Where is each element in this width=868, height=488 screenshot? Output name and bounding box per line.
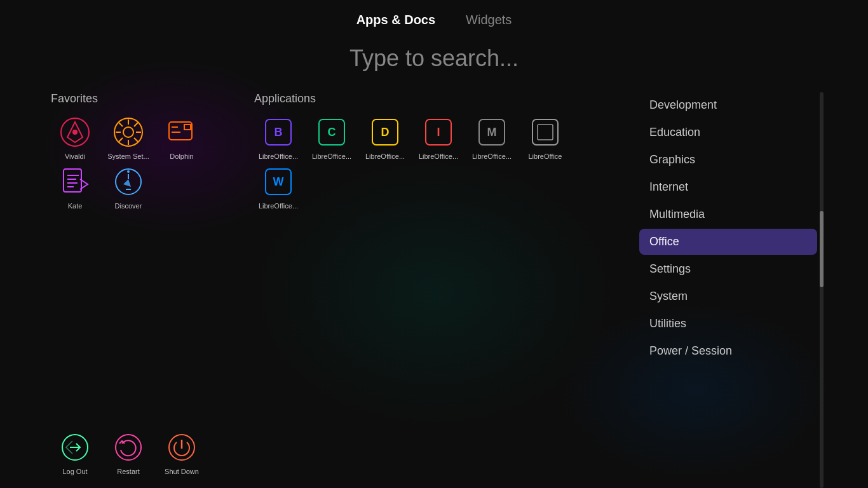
main-content: Favorites Vivaldi [0, 92, 868, 488]
svg-text:D: D [381, 126, 390, 139]
libreoffice-draw-label: LibreOffice... [361, 152, 409, 160]
tab-bar: Apps & Docs Widgets [0, 0, 868, 35]
libreoffice-base-label: LibreOffice... [254, 152, 302, 160]
applications-grid: B LibreOffice... C LibreOffice... [254, 116, 614, 210]
favorite-vivaldi[interactable]: Vivaldi [51, 116, 99, 160]
shutdown-label: Shut Down [158, 468, 206, 475]
action-logout[interactable]: Log Out [51, 431, 99, 475]
discover-label: Discover [104, 202, 153, 210]
tab-apps-docs[interactable]: Apps & Docs [351, 10, 440, 30]
libreoffice-impress-label: LibreOffice... [414, 152, 463, 160]
center-panel: Applications B LibreOffice... [254, 92, 614, 488]
libreoffice-label: LibreOffice [521, 152, 569, 160]
svg-text:I: I [437, 126, 440, 139]
logout-icon [58, 431, 92, 464]
search-placeholder[interactable]: Type to search... [349, 45, 519, 72]
system-settings-label: System Set... [104, 152, 153, 160]
discover-icon [112, 165, 145, 198]
svg-point-7 [127, 170, 130, 173]
libreoffice-writer-icon: W [262, 165, 295, 198]
libreoffice-math-label: LibreOffice... [468, 152, 516, 160]
libreoffice-math-icon: M [475, 116, 508, 149]
app-libreoffice-impress[interactable]: I LibreOffice... [414, 116, 463, 160]
favorites-title: Favorites [51, 92, 229, 105]
svg-text:C: C [328, 126, 336, 139]
applications-title: Applications [254, 92, 614, 105]
restart-icon [112, 431, 145, 464]
libreoffice-impress-icon: I [422, 116, 455, 149]
app-libreoffice-base[interactable]: B LibreOffice... [254, 116, 302, 160]
search-area: Type to search... [0, 35, 868, 92]
favorites-grid: Vivaldi System Set... [51, 116, 229, 210]
category-graphics[interactable]: Graphics [639, 147, 817, 173]
app-libreoffice-draw[interactable]: D LibreOffice... [361, 116, 409, 160]
tab-widgets[interactable]: Widgets [461, 10, 517, 30]
left-panel: Favorites Vivaldi [51, 92, 229, 488]
libreoffice-writer-label: LibreOffice... [254, 202, 302, 210]
category-education[interactable]: Education [639, 119, 817, 146]
scrollbar-track[interactable] [820, 92, 824, 488]
logout-label: Log Out [51, 468, 99, 475]
category-internet[interactable]: Internet [639, 174, 817, 200]
dolphin-icon [165, 116, 198, 149]
svg-rect-5 [64, 169, 81, 192]
app-libreoffice-calc[interactable]: C LibreOffice... [308, 116, 356, 160]
favorite-kate[interactable]: Kate [51, 165, 99, 210]
category-office[interactable]: Office [639, 229, 817, 255]
favorite-dolphin[interactable]: Dolphin [158, 116, 206, 160]
libreoffice-calc-label: LibreOffice... [308, 152, 356, 160]
svg-text:B: B [275, 126, 283, 139]
vivaldi-label: Vivaldi [51, 152, 99, 160]
favorite-discover[interactable]: Discover [104, 165, 153, 210]
category-power-session[interactable]: Power / Session [639, 338, 817, 364]
vivaldi-icon [58, 116, 92, 149]
dolphin-label: Dolphin [158, 152, 206, 160]
libreoffice-calc-icon: C [315, 116, 348, 149]
restart-label: Restart [104, 468, 153, 475]
app-libreoffice-writer[interactable]: W LibreOffice... [254, 165, 302, 210]
system-settings-icon [112, 116, 145, 149]
kate-label: Kate [51, 202, 99, 210]
action-restart[interactable]: Restart [104, 431, 153, 475]
svg-point-3 [123, 127, 133, 137]
svg-text:W: W [273, 175, 284, 188]
bottom-actions: Log Out Restart [51, 431, 229, 488]
right-panel: Development Education Graphics Internet … [639, 92, 817, 488]
action-shutdown[interactable]: Shut Down [158, 431, 206, 475]
app-libreoffice-math[interactable]: M LibreOffice... [468, 116, 516, 160]
svg-rect-21 [532, 119, 558, 145]
kate-icon [58, 165, 92, 198]
libreoffice-icon [529, 116, 562, 149]
category-settings[interactable]: Settings [639, 256, 817, 282]
svg-rect-22 [538, 125, 553, 140]
svg-text:M: M [487, 126, 497, 139]
category-development[interactable]: Development [639, 92, 817, 118]
scrollbar-thumb [820, 211, 824, 287]
category-multimedia[interactable]: Multimedia [639, 201, 817, 227]
libreoffice-base-icon: B [262, 116, 295, 149]
svg-point-1 [72, 130, 78, 135]
shutdown-icon [165, 431, 198, 464]
category-system[interactable]: System [639, 283, 817, 309]
app-libreoffice[interactable]: LibreOffice [521, 116, 569, 160]
libreoffice-draw-icon: D [369, 116, 402, 149]
favorite-system-settings[interactable]: System Set... [104, 116, 153, 160]
category-utilities[interactable]: Utilities [639, 311, 817, 337]
